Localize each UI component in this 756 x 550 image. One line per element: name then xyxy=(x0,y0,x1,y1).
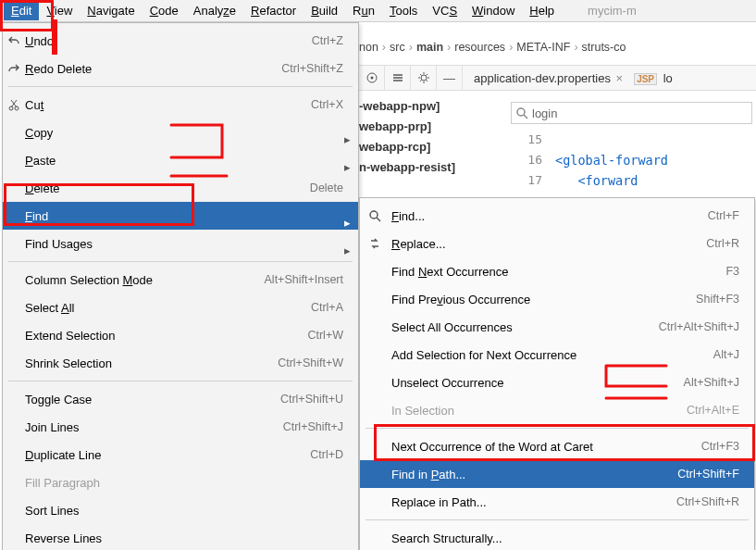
shortcut: Ctrl+Shift+R xyxy=(676,495,739,508)
menu-refactor[interactable]: Refactor xyxy=(243,1,304,20)
menu-navigate[interactable]: Navigate xyxy=(80,1,142,20)
find-item-next-occurrence-of-the-word-at-caret[interactable]: Next Occurrence of the Word at CaretCtrl… xyxy=(360,432,754,460)
toolbar: — application-dev.properties × JSP lo xyxy=(359,65,756,91)
find-item-in-selection: In SelectionCtrl+Alt+E xyxy=(360,396,754,424)
edit-item-join-lines[interactable]: Join LinesCtrl+Shift+J xyxy=(3,413,358,441)
menu-vcs[interactable]: VCS xyxy=(425,1,465,20)
menu-item-label: Find Usages xyxy=(25,237,343,251)
shortcut: Ctrl+F xyxy=(708,209,739,222)
find-item-unselect-occurrence[interactable]: Unselect OccurrenceAlt+Shift+J xyxy=(360,369,754,396)
menu-item-label: Find Previous Occurrence xyxy=(391,293,696,306)
edit-menu-dropdown: UndoCtrl+ZRedo DeleteCtrl+Shift+ZCutCtrl… xyxy=(2,22,359,550)
edit-item-find-usages[interactable]: Find Usages xyxy=(3,230,358,257)
edit-item-reverse-lines[interactable]: Reverse Lines xyxy=(3,524,358,550)
menu-item-label: Find... xyxy=(391,209,708,223)
shortcut: Ctrl+A xyxy=(311,301,343,314)
edit-item-duplicate-line[interactable]: Duplicate LineCtrl+D xyxy=(3,441,358,469)
menu-analyze[interactable]: Analyze xyxy=(186,1,243,20)
menubar: EditViewNavigateCodeAnalyzeRefactorBuild… xyxy=(0,0,756,22)
code-line xyxy=(555,130,756,150)
breadcrumb-part[interactable]: src xyxy=(390,41,405,54)
shortcut: Ctrl+Shift+U xyxy=(280,393,343,406)
project-node[interactable]: n-webapp-resist] xyxy=(359,157,516,178)
menu-window[interactable]: Window xyxy=(465,1,522,20)
menu-edit[interactable]: Edit xyxy=(4,1,39,20)
breadcrumb-part[interactable]: META-INF xyxy=(516,41,570,54)
project-node[interactable]: -webapp-npw] xyxy=(359,96,516,117)
find-item-find-previous-occurrence[interactable]: Find Previous OccurrenceShift+F3 xyxy=(360,285,754,313)
editor-gutter: 151617 xyxy=(511,130,548,191)
expand-icon[interactable] xyxy=(385,65,411,91)
svg-point-1 xyxy=(370,77,373,80)
tab-properties[interactable]: application-dev.properties × xyxy=(468,71,628,85)
edit-item-cut[interactable]: CutCtrl+X xyxy=(3,91,358,119)
edit-item-select-all[interactable]: Select AllCtrl+A xyxy=(3,294,358,321)
menu-code[interactable]: Code xyxy=(143,1,186,20)
breadcrumb-part[interactable]: resources xyxy=(454,41,505,54)
editor-search-box[interactable]: login xyxy=(511,102,752,124)
target-icon[interactable] xyxy=(359,65,385,91)
breadcrumb-part[interactable]: main xyxy=(416,41,443,54)
menu-divider xyxy=(366,428,749,429)
shortcut: F3 xyxy=(725,265,739,278)
edit-item-sort-lines[interactable]: Sort Lines xyxy=(3,496,358,524)
find-item-replace[interactable]: Replace...Ctrl+R xyxy=(360,230,754,257)
edit-item-delete[interactable]: DeleteDelete xyxy=(3,174,358,202)
svg-line-8 xyxy=(377,218,380,221)
edit-item-paste[interactable]: Paste xyxy=(3,146,358,174)
menu-run[interactable]: Run xyxy=(345,1,382,20)
collapse-icon[interactable]: — xyxy=(437,65,463,91)
menu-item-label: Column Selection Mode xyxy=(25,273,265,287)
find-item-select-all-occurrences[interactable]: Select All OccurrencesCtrl+Alt+Shift+J xyxy=(360,313,754,341)
menu-tools[interactable]: Tools xyxy=(382,1,425,20)
find-item-find[interactable]: Find...Ctrl+F xyxy=(360,202,754,230)
shortcut: Ctrl+R xyxy=(706,237,739,250)
edit-item-find[interactable]: Find xyxy=(3,202,358,230)
close-icon[interactable]: × xyxy=(616,71,624,85)
edit-item-fill-paragraph: Fill Paragraph xyxy=(3,469,358,496)
editor-code: <global-forward <forward xyxy=(555,130,756,191)
menu-divider xyxy=(8,86,353,87)
jsp-icon: JSP xyxy=(634,73,657,85)
breadcrumb-part[interactable]: non xyxy=(359,41,378,54)
shortcut: Ctrl+Shift+W xyxy=(278,356,343,369)
edit-item-column-selection-mode[interactable]: Column Selection ModeAlt+Shift+Insert xyxy=(3,266,358,294)
edit-item-shrink-selection[interactable]: Shrink SelectionCtrl+Shift+W xyxy=(3,349,358,377)
shortcut: Ctrl+Alt+Shift+J xyxy=(659,320,739,333)
edit-item-undo[interactable]: UndoCtrl+Z xyxy=(3,27,358,55)
menu-item-label: Sort Lines xyxy=(25,504,343,518)
shortcut: Alt+J xyxy=(713,348,739,361)
shortcut: Ctrl+W xyxy=(307,329,343,342)
breadcrumb-part[interactable]: struts-co xyxy=(582,41,626,54)
project-node[interactable]: webapp-prp] xyxy=(359,117,516,137)
menu-item-label: Find Next Occurrence xyxy=(391,265,725,279)
project-tree-fragment: -webapp-npw]webapp-prp]webapp-rcp]n-weba… xyxy=(359,96,516,178)
tab-jsp[interactable]: JSP lo xyxy=(628,71,678,85)
project-node[interactable]: webapp-rcp] xyxy=(359,137,516,157)
edit-item-extend-selection[interactable]: Extend SelectionCtrl+W xyxy=(3,321,358,349)
menu-divider xyxy=(366,519,749,520)
menu-item-label: Join Lines xyxy=(25,420,283,434)
shortcut: Ctrl+Z xyxy=(312,34,343,47)
menu-item-label: Shrink Selection xyxy=(25,356,278,370)
find-item-find-next-occurrence[interactable]: Find Next OccurrenceF3 xyxy=(360,257,754,285)
menu-view[interactable]: View xyxy=(39,1,80,20)
code-line: <global-forward xyxy=(555,150,756,170)
edit-item-toggle-case[interactable]: Toggle CaseCtrl+Shift+U xyxy=(3,385,358,413)
find-item-add-selection-for-next-occurrence[interactable]: Add Selection for Next OccurrenceAlt+J xyxy=(360,341,754,369)
find-item-find-in-path[interactable]: Find in Path...Ctrl+Shift+F xyxy=(360,460,754,488)
menu-item-label: Select All Occurrences xyxy=(391,320,659,334)
menu-item-label: Unselect Occurrence xyxy=(391,376,684,390)
menu-build[interactable]: Build xyxy=(304,1,345,20)
edit-item-copy[interactable]: Copy xyxy=(3,119,358,146)
menu-item-label: Redo Delete xyxy=(25,62,281,76)
find-item-replace-in-path[interactable]: Replace in Path...Ctrl+Shift+R xyxy=(360,488,754,516)
search-query: login xyxy=(532,106,557,120)
gear-icon[interactable] xyxy=(411,65,437,91)
edit-item-redo-delete[interactable]: Redo DeleteCtrl+Shift+Z xyxy=(3,55,358,82)
menu-help[interactable]: Help xyxy=(522,1,562,20)
undo-icon xyxy=(6,33,21,48)
svg-point-7 xyxy=(370,211,378,219)
find-submenu: Find...Ctrl+FReplace...Ctrl+RFind Next O… xyxy=(359,197,755,550)
find-item-search-structurally[interactable]: Search Structurally... xyxy=(360,524,754,550)
